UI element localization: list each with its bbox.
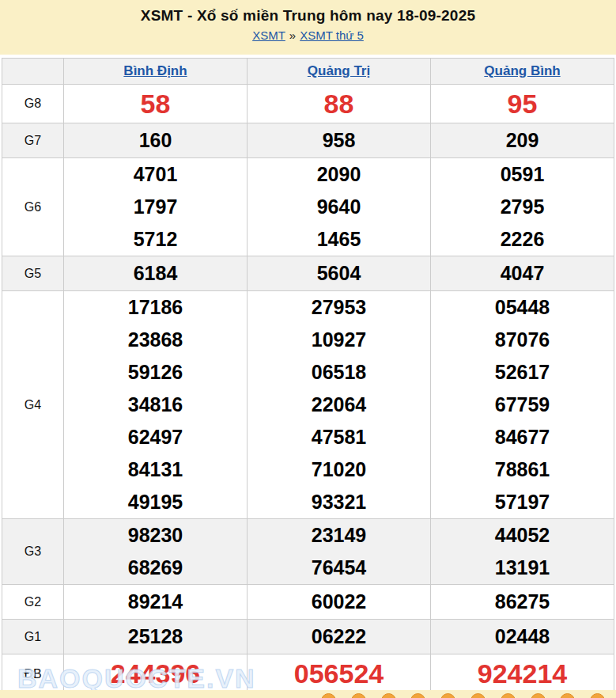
prize-number: 76454 bbox=[248, 552, 430, 584]
prize-label-G3: G3 bbox=[2, 519, 64, 585]
page-title: XSMT - Xổ số miền Trung hôm nay 18-09-20… bbox=[0, 7, 616, 25]
prize-cell: 27953109270651822064475817102093321 bbox=[248, 291, 431, 519]
prize-label-ĐB: ĐB bbox=[2, 654, 64, 694]
prize-label-G5: G5 bbox=[2, 256, 64, 291]
prize-cell: 17186238685912634816624978413149195 bbox=[64, 291, 248, 519]
prize-number: 86275 bbox=[431, 586, 614, 618]
prize-number: 244396 bbox=[64, 654, 247, 693]
prize-cell: 209 bbox=[431, 123, 614, 158]
ball-icon bbox=[590, 693, 605, 698]
prize-row-G2: G2892146002286275 bbox=[2, 585, 614, 620]
prize-number: 23868 bbox=[64, 324, 247, 356]
prize-cell: 4047 bbox=[431, 256, 614, 291]
prize-number: 60022 bbox=[248, 586, 430, 618]
prize-cell: 05448870765261767759846777886157197 bbox=[431, 291, 614, 519]
prize-number: 160 bbox=[64, 124, 247, 157]
prize-number: 4047 bbox=[431, 257, 614, 290]
prize-row-G1: G1251280622202448 bbox=[2, 620, 614, 654]
prize-cell: 160 bbox=[64, 123, 248, 158]
prize-number: 1465 bbox=[248, 223, 430, 256]
prize-number: 958 bbox=[248, 124, 430, 157]
prize-row-G7: G7160958209 bbox=[2, 123, 614, 158]
province-column-header: Bình Định bbox=[64, 59, 248, 85]
prize-number: 47581 bbox=[248, 421, 430, 453]
prize-cell: 958 bbox=[248, 123, 431, 158]
prize-cell: 056524 bbox=[248, 654, 431, 694]
prize-number: 84131 bbox=[64, 453, 247, 486]
prize-number: 27953 bbox=[248, 291, 430, 324]
prize-number: 68269 bbox=[64, 552, 247, 584]
prize-number: 22064 bbox=[248, 389, 430, 421]
prize-number: 0591 bbox=[431, 158, 614, 191]
prize-cell: 244396 bbox=[64, 654, 248, 694]
prize-number: 67759 bbox=[431, 389, 614, 421]
prize-number: 59126 bbox=[64, 356, 247, 389]
province-link-1[interactable]: Bình Định bbox=[123, 63, 187, 78]
breadcrumb-link-xsmt-thu-5[interactable]: XSMT thứ 5 bbox=[300, 28, 364, 42]
prize-cell: 06222 bbox=[248, 620, 431, 654]
lottery-balls-strip bbox=[0, 690, 616, 698]
prize-number: 2226 bbox=[431, 223, 614, 256]
province-link-2[interactable]: Quảng Trị bbox=[308, 63, 370, 78]
prize-number: 056524 bbox=[248, 654, 430, 693]
ball-icon bbox=[321, 693, 336, 698]
province-column-header: Quảng Trị bbox=[248, 59, 431, 85]
prize-number: 58 bbox=[64, 85, 247, 123]
prize-number: 57197 bbox=[431, 486, 614, 518]
breadcrumb-separator: » bbox=[289, 28, 296, 42]
prize-row-G4: G417186238685912634816624978413149195279… bbox=[2, 291, 614, 519]
prize-cell: 9823068269 bbox=[64, 519, 248, 585]
prize-number: 5712 bbox=[64, 223, 247, 256]
prize-number: 25128 bbox=[64, 620, 247, 653]
results-table: Bình ĐịnhQuảng TrịQuảng Bình G8588895G71… bbox=[2, 58, 614, 694]
ball-icon bbox=[501, 693, 516, 698]
prize-label-G8: G8 bbox=[2, 85, 64, 123]
prize-label-G2: G2 bbox=[2, 585, 64, 620]
prize-number: 06222 bbox=[248, 620, 430, 653]
prize-cell: 58 bbox=[64, 85, 248, 123]
prize-cell: 924214 bbox=[431, 654, 614, 694]
prize-number: 71020 bbox=[248, 453, 430, 486]
prize-cell: 2314976454 bbox=[248, 519, 431, 585]
breadcrumb-link-xsmt[interactable]: XSMT bbox=[252, 28, 285, 42]
prize-number: 1797 bbox=[64, 191, 247, 223]
prize-label-G1: G1 bbox=[2, 620, 64, 654]
province-link-3[interactable]: Quảng Bình bbox=[484, 63, 560, 78]
page-header: XSMT - Xổ số miền Trung hôm nay 18-09-20… bbox=[0, 0, 616, 55]
prize-number: 98230 bbox=[64, 519, 247, 552]
prize-cell: 25128 bbox=[64, 620, 248, 654]
prize-number: 23149 bbox=[248, 519, 430, 552]
ball-icon bbox=[531, 693, 546, 698]
prize-label-G7: G7 bbox=[2, 123, 64, 158]
prize-number: 10927 bbox=[248, 324, 430, 356]
prize-number: 924214 bbox=[431, 654, 614, 693]
table-header-row: Bình ĐịnhQuảng TrịQuảng Bình bbox=[2, 59, 614, 85]
prize-cell: 02448 bbox=[431, 620, 614, 654]
prize-label-G6: G6 bbox=[2, 158, 64, 256]
prize-cell: 5604 bbox=[248, 256, 431, 291]
ball-icon bbox=[560, 693, 575, 698]
prize-number: 87076 bbox=[431, 324, 614, 356]
prize-cell: 6184 bbox=[64, 256, 248, 291]
prize-number: 06518 bbox=[248, 356, 430, 389]
prize-number: 9640 bbox=[248, 191, 430, 223]
prize-number: 78861 bbox=[431, 453, 614, 486]
ball-icon bbox=[410, 693, 425, 698]
prize-label-G4: G4 bbox=[2, 291, 64, 519]
ball-icon bbox=[440, 693, 455, 698]
prize-number: 62497 bbox=[64, 421, 247, 453]
prize-number: 49195 bbox=[64, 486, 247, 518]
prize-row-G5: G5618456044047 bbox=[2, 256, 614, 291]
prize-number: 02448 bbox=[431, 620, 614, 653]
prize-number: 84677 bbox=[431, 421, 614, 453]
prize-row-G3: G3982306826923149764544405213191 bbox=[2, 519, 614, 585]
prize-number: 89214 bbox=[64, 586, 247, 618]
prize-number: 5604 bbox=[248, 257, 430, 290]
prize-number: 44052 bbox=[431, 519, 614, 552]
ball-icon bbox=[381, 693, 396, 698]
prize-number: 05448 bbox=[431, 291, 614, 324]
prize-cell: 470117975712 bbox=[64, 158, 248, 256]
prize-number: 34816 bbox=[64, 389, 247, 421]
prize-number: 95 bbox=[431, 85, 614, 123]
prize-number: 13191 bbox=[431, 552, 614, 584]
